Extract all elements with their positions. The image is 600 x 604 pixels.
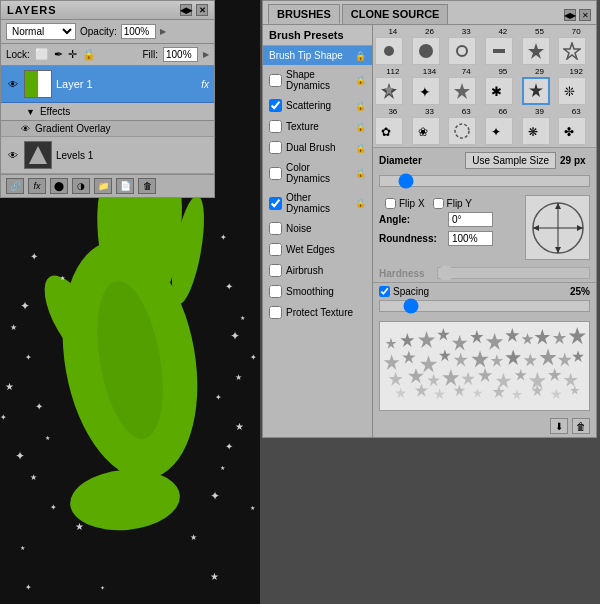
- brush-tip-12[interactable]: ❊: [558, 77, 586, 105]
- lock-all-icon[interactable]: 🔒: [82, 48, 96, 61]
- opacity-input[interactable]: [121, 24, 156, 39]
- other-dynamics-check[interactable]: [269, 197, 282, 210]
- preset-scattering[interactable]: Scattering 🔒: [263, 95, 372, 116]
- spacing-checkbox[interactable]: [379, 286, 390, 297]
- tip-size-12: 192: [558, 67, 594, 76]
- brush-tip-7[interactable]: [375, 77, 403, 105]
- svg-text:★: ★: [220, 465, 225, 471]
- load-brushes-btn[interactable]: ⬇: [550, 418, 568, 434]
- brushes-collapse-btn[interactable]: ◀▶: [564, 9, 576, 21]
- brush-tip-3[interactable]: [448, 37, 476, 65]
- wet-edges-check[interactable]: [269, 243, 282, 256]
- brush-tip-10[interactable]: ✱: [485, 77, 513, 105]
- preset-color-dynamics[interactable]: Color Dynamics 🔒: [263, 158, 372, 188]
- svg-text:✦: ✦: [250, 353, 257, 362]
- tip-size-16: 66: [485, 107, 521, 116]
- new-layer-btn[interactable]: 📄: [116, 178, 134, 194]
- brush-tip-9[interactable]: [448, 77, 476, 105]
- roundness-label: Roundness:: [379, 233, 444, 244]
- fill-expand[interactable]: ▶: [203, 50, 209, 59]
- lock-brush-icon[interactable]: ✒: [54, 48, 63, 61]
- flip-x-checkbox[interactable]: [385, 198, 396, 209]
- brush-tip-1[interactable]: [375, 37, 403, 65]
- hardness-slider[interactable]: [437, 267, 590, 279]
- lock-position-icon[interactable]: ✛: [68, 48, 77, 61]
- diameter-slider[interactable]: [379, 175, 590, 187]
- roundness-input[interactable]: [448, 231, 493, 246]
- preset-smoothing[interactable]: Smoothing: [263, 281, 372, 302]
- flip-y-item[interactable]: Flip Y: [433, 198, 472, 209]
- svg-text:★: ★: [250, 505, 255, 511]
- preset-label: Other Dynamics: [286, 192, 351, 214]
- noise-check[interactable]: [269, 222, 282, 235]
- brush-tip-2[interactable]: [412, 37, 440, 65]
- layer-name: Layer 1: [56, 78, 197, 90]
- preset-protect-texture[interactable]: Protect Texture: [263, 302, 372, 323]
- brush-tip-5[interactable]: [522, 37, 550, 65]
- fill-input[interactable]: [163, 47, 198, 62]
- flip-y-checkbox[interactable]: [433, 198, 444, 209]
- link-layers-btn[interactable]: 🔗: [6, 178, 24, 194]
- lock-transparent-icon[interactable]: ⬜: [35, 48, 49, 61]
- levels-1-item[interactable]: 👁 Levels 1: [1, 137, 214, 174]
- shape-dynamics-check[interactable]: [269, 74, 282, 87]
- use-sample-size-btn[interactable]: Use Sample Size: [465, 152, 556, 169]
- color-dynamics-check[interactable]: [269, 167, 282, 180]
- delete-layer-btn[interactable]: 🗑: [138, 178, 156, 194]
- tab-clone-source[interactable]: CLONE SOURCE: [342, 4, 449, 24]
- preset-other-dynamics[interactable]: Other Dynamics 🔒: [263, 188, 372, 218]
- smoothing-check[interactable]: [269, 285, 282, 298]
- effect-eye[interactable]: 👁: [21, 124, 30, 134]
- preset-airbrush[interactable]: Airbrush: [263, 260, 372, 281]
- close-btn[interactable]: ✕: [196, 4, 208, 16]
- angle-preview-circle[interactable]: [525, 195, 590, 260]
- brush-tip-4[interactable]: [485, 37, 513, 65]
- texture-check[interactable]: [269, 120, 282, 133]
- layer-visibility-eye[interactable]: 👁: [6, 77, 20, 91]
- add-mask-btn[interactable]: ⬤: [50, 178, 68, 194]
- levels-visibility-eye[interactable]: 👁: [6, 148, 20, 162]
- expand-effects-icon[interactable]: ▼: [26, 107, 35, 117]
- layer-fx-badge[interactable]: fx: [201, 79, 209, 90]
- gradient-overlay-item[interactable]: 👁 Gradient Overlay: [1, 121, 214, 137]
- brush-tip-17[interactable]: ❋: [522, 117, 550, 145]
- svg-text:❋: ❋: [528, 125, 538, 139]
- preset-texture[interactable]: Texture 🔒: [263, 116, 372, 137]
- spacing-row: Spacing 25%: [379, 286, 590, 297]
- preset-shape-dynamics[interactable]: Shape Dynamics 🔒: [263, 65, 372, 95]
- brushes-close-btn[interactable]: ✕: [579, 9, 591, 21]
- add-style-btn[interactable]: fx: [28, 178, 46, 194]
- brush-tip-16[interactable]: ✦: [485, 117, 513, 145]
- spacing-slider[interactable]: [379, 300, 590, 312]
- dual-brush-check[interactable]: [269, 141, 282, 154]
- angle-label: Angle:: [379, 214, 444, 225]
- svg-text:✦: ✦: [25, 353, 32, 362]
- preset-dual-brush[interactable]: Dual Brush 🔒: [263, 137, 372, 158]
- brush-tip-8[interactable]: ✦: [412, 77, 440, 105]
- scattering-check[interactable]: [269, 99, 282, 112]
- flip-x-label: Flip X: [399, 198, 425, 209]
- preset-wet-edges[interactable]: Wet Edges: [263, 239, 372, 260]
- brush-tip-15[interactable]: [448, 117, 476, 145]
- blend-mode-select[interactable]: Normal: [6, 23, 76, 40]
- delete-brush-btn[interactable]: 🗑: [572, 418, 590, 434]
- new-adj-btn[interactable]: ◑: [72, 178, 90, 194]
- tab-brushes[interactable]: BRUSHES: [268, 4, 340, 24]
- opacity-expand[interactable]: ▶: [160, 27, 166, 36]
- preset-noise[interactable]: Noise: [263, 218, 372, 239]
- flip-x-item[interactable]: Flip X: [385, 198, 425, 209]
- preset-brush-tip-shape[interactable]: Brush Tip Shape 🔒: [263, 46, 372, 65]
- protect-texture-check[interactable]: [269, 306, 282, 319]
- airbrush-check[interactable]: [269, 264, 282, 277]
- new-group-btn[interactable]: 📁: [94, 178, 112, 194]
- layer-1-item[interactable]: 👁 Layer 1 fx: [1, 66, 214, 103]
- collapse-btn[interactable]: ◀▶: [180, 4, 192, 16]
- svg-text:★: ★: [235, 421, 244, 432]
- brush-tip-14[interactable]: ❀: [412, 117, 440, 145]
- brush-tip-13[interactable]: ✿: [375, 117, 403, 145]
- brush-tip-18[interactable]: ✤: [558, 117, 586, 145]
- brush-tip-11-star[interactable]: [522, 77, 550, 105]
- brush-tip-6[interactable]: [558, 37, 586, 65]
- spacing-check-item[interactable]: Spacing: [379, 286, 429, 297]
- angle-input[interactable]: [448, 212, 493, 227]
